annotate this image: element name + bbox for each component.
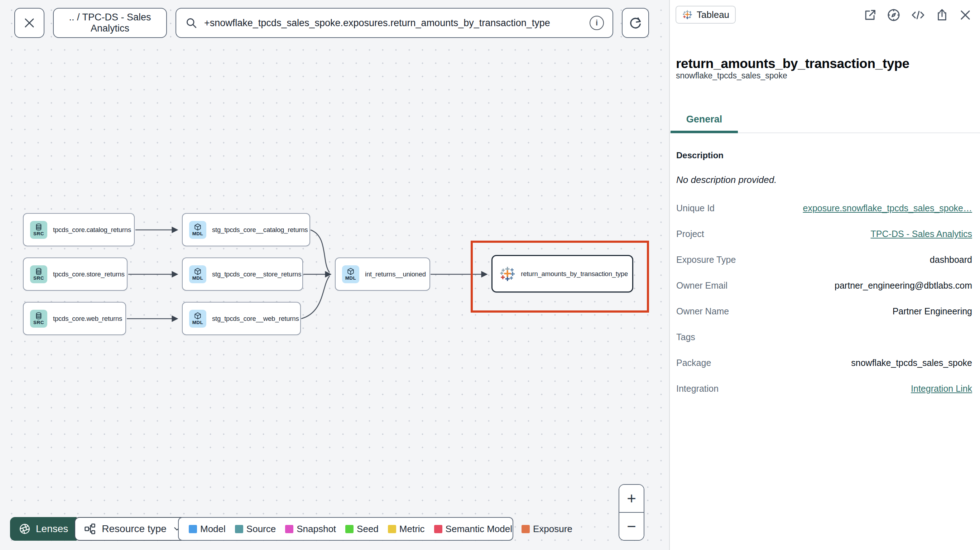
node-label: tpcds_core.web_returns: [53, 315, 122, 323]
zoom-in-button[interactable]: +: [619, 485, 644, 513]
package-subtitle: snowflake_tpcds_sales_spoke: [676, 71, 787, 81]
field-row-tags: Tags: [676, 324, 972, 350]
legend-label: Seed: [357, 523, 379, 535]
legend-label: Exposure: [533, 523, 573, 535]
lenses-label: Lenses: [36, 523, 68, 535]
node-type-badge: MDL: [192, 320, 204, 325]
node-label: int_returns__unioned: [365, 270, 426, 278]
legend-label: Semantic Model: [445, 523, 512, 535]
source-icon: SRC: [30, 310, 47, 327]
description-heading: Description: [676, 150, 724, 161]
legend-item-exposure: Exposure: [522, 523, 573, 535]
node-label: tpcds_core.store_returns: [53, 270, 125, 278]
field-row-project: ProjectTPC-DS - Sales Analytics: [676, 221, 972, 247]
field-row-exposure-type: Exposure Typedashboard: [676, 247, 972, 272]
close-icon: [22, 16, 36, 30]
field-label: Exposure Type: [676, 254, 736, 265]
dbt-explorer-lineage-app: .. / TPC-DS - Sales Analytics +snowflake…: [0, 0, 980, 550]
graph-node-source-store-returns[interactable]: SRC tpcds_core.store_returns: [23, 258, 127, 291]
code-icon[interactable]: [910, 8, 926, 22]
zoom-controls: + −: [619, 484, 644, 541]
close-lineage-button[interactable]: [14, 8, 45, 38]
field-row-owner-name: Owner NamePartner Engineering: [676, 298, 972, 324]
legend-label: Metric: [399, 523, 425, 535]
source-icon: SRC: [30, 265, 47, 283]
model-icon: MDL: [189, 221, 206, 239]
lenses-bar: Lenses Resource type: [10, 517, 191, 541]
legend-label: Source: [247, 523, 276, 535]
tableau-logo-icon: [682, 9, 693, 20]
field-value: partner_engineering@dbtlabs.com: [835, 280, 972, 291]
legend-item-metric: Metric: [388, 523, 425, 535]
refresh-button[interactable]: [622, 8, 649, 38]
node-type-badge: MDL: [192, 231, 204, 236]
explore-compass-icon[interactable]: [886, 8, 901, 22]
graph-node-stg-catalog-returns[interactable]: MDL stg_tpcds_core__catalog_returns: [182, 213, 310, 246]
lineage-canvas[interactable]: .. / TPC-DS - Sales Analytics +snowflake…: [0, 0, 669, 550]
node-label: tpcds_core.catalog_returns: [53, 226, 131, 234]
field-value-link[interactable]: Integration Link: [911, 383, 972, 394]
field-label: Project: [676, 229, 704, 239]
breadcrumb[interactable]: .. / TPC-DS - Sales Analytics: [53, 8, 167, 38]
resource-type-label: Resource type: [102, 523, 167, 535]
graph-node-source-catalog-returns[interactable]: SRC tpcds_core.catalog_returns: [23, 213, 135, 246]
tableau-badge[interactable]: Tableau: [676, 6, 736, 24]
legend: ModelSourceSnapshotSeedMetricSemantic Mo…: [178, 517, 513, 541]
graph-node-int-returns-unioned[interactable]: MDL int_returns__unioned: [335, 258, 430, 291]
legend-swatch: [285, 525, 293, 533]
details-panel: Tableau return_amounts_by_transaction_ty…: [669, 0, 980, 550]
legend-label: Snapshot: [297, 523, 336, 535]
search-input[interactable]: +snowflake_tpcds_sales_spoke.exposures.r…: [175, 8, 613, 38]
search-icon: [185, 16, 198, 29]
legend-label: Model: [200, 523, 226, 535]
legend-swatch: [434, 525, 442, 533]
model-icon: MDL: [342, 265, 359, 283]
field-label: Package: [676, 358, 711, 368]
node-type-badge: SRC: [33, 276, 44, 281]
panel-fields: Unique Idexposure.snowflake_tpcds_sales_…: [676, 195, 972, 401]
tab-bar: General: [670, 108, 980, 133]
breadcrumb-label: .. / TPC-DS - Sales Analytics: [56, 12, 164, 34]
tableau-icon: [499, 265, 516, 283]
field-value-link[interactable]: TPC-DS - Sales Analytics: [871, 229, 972, 239]
info-icon[interactable]: i: [590, 16, 604, 30]
node-label: return_amounts_by_transaction_type: [521, 270, 628, 278]
tableau-badge-label: Tableau: [697, 9, 729, 21]
node-type-badge: SRC: [33, 320, 44, 325]
close-panel-icon[interactable]: [959, 8, 972, 22]
graph-node-stg-web-returns[interactable]: MDL stg_tpcds_core__web_returns: [182, 302, 301, 335]
field-row-integration: IntegrationIntegration Link: [676, 376, 972, 401]
search-value: +snowflake_tpcds_sales_spoke.exposures.r…: [204, 17, 550, 29]
tab-general[interactable]: General: [671, 108, 738, 133]
description-empty-text: No description provided.: [676, 174, 776, 186]
lenses-button[interactable]: Lenses: [10, 517, 76, 541]
resource-type-dropdown[interactable]: Resource type: [75, 517, 191, 541]
graph-node-source-web-returns[interactable]: SRC tpcds_core.web_returns: [23, 302, 126, 335]
node-type-badge: MDL: [345, 276, 356, 281]
field-label: Owner Email: [676, 280, 727, 291]
graph-node-stg-store-returns[interactable]: MDL stg_tpcds_core__store_returns: [182, 258, 303, 291]
legend-swatch: [522, 525, 530, 533]
share-icon[interactable]: [935, 8, 949, 22]
node-label: stg_tpcds_core__catalog_returns: [212, 226, 308, 234]
node-type-badge: SRC: [33, 231, 44, 236]
graph-node-exposure-selected[interactable]: return_amounts_by_transaction_type: [492, 255, 633, 292]
open-external-icon[interactable]: [863, 8, 877, 22]
node-label: stg_tpcds_core__store_returns: [212, 270, 301, 278]
resource-type-icon: [84, 523, 96, 535]
field-value: snowflake_tpcds_sales_spoke: [851, 358, 972, 368]
zoom-out-button[interactable]: −: [619, 513, 644, 540]
legend-item-seed: Seed: [345, 523, 379, 535]
field-row-unique-id: Unique Idexposure.snowflake_tpcds_sales_…: [676, 195, 972, 221]
field-label: Unique Id: [676, 203, 714, 213]
node-type-badge: MDL: [192, 276, 204, 281]
source-icon: SRC: [30, 221, 47, 239]
legend-item-semantic-model: Semantic Model: [434, 523, 512, 535]
model-icon: MDL: [189, 265, 206, 283]
lens-aperture-icon: [19, 523, 31, 535]
refresh-icon: [628, 15, 643, 30]
panel-actions: [863, 8, 972, 22]
field-value-link[interactable]: exposure.snowflake_tpcds_sales_spoke…: [803, 203, 972, 213]
legend-swatch: [388, 525, 396, 533]
field-value: dashboard: [930, 254, 972, 265]
